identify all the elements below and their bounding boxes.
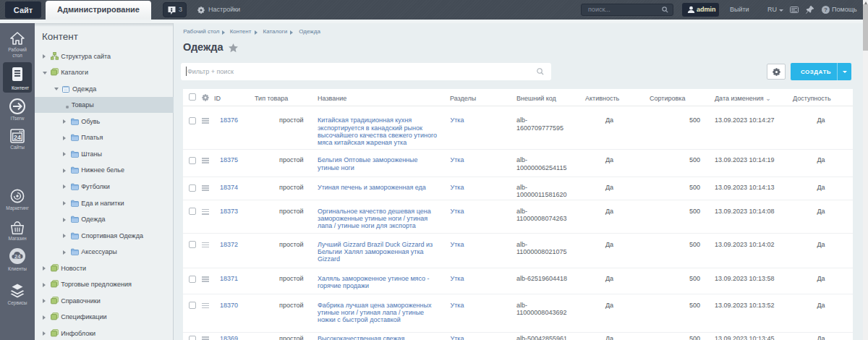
svg-text:24: 24 [14,253,21,260]
svg-text:24: 24 [14,134,21,141]
svg-text:?: ? [824,7,827,13]
